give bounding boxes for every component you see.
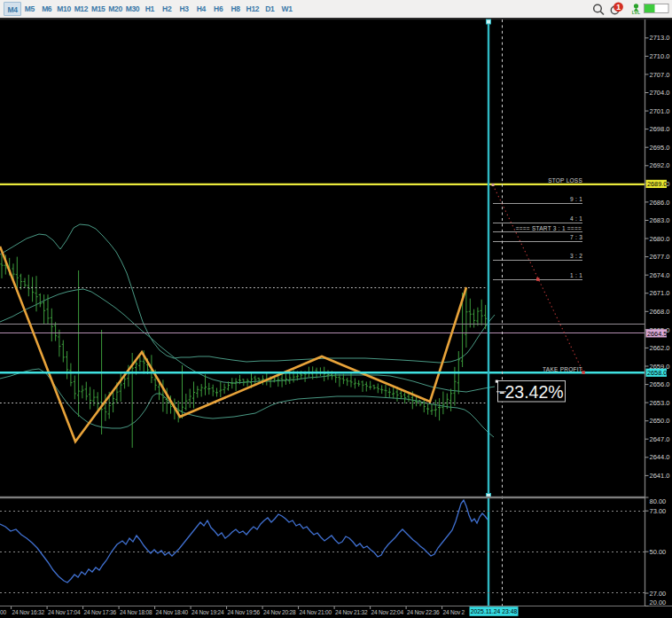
svg-text:2647.0: 2647.0 <box>650 435 670 443</box>
svg-text:24 Nov 22:04: 24 Nov 22:04 <box>371 609 404 615</box>
svg-text:2656.0: 2656.0 <box>650 380 670 388</box>
svg-text:2677.0: 2677.0 <box>650 253 670 261</box>
svg-text:2644.0: 2644.0 <box>650 453 670 461</box>
svg-text:STOP LOSS: STOP LOSS <box>548 177 582 184</box>
svg-text:2653.0: 2653.0 <box>650 399 670 407</box>
svg-text:2680.0: 2680.0 <box>650 235 670 243</box>
svg-text:80.00: 80.00 <box>650 497 667 505</box>
svg-text:24 Nov 21:32: 24 Nov 21:32 <box>335 609 368 615</box>
svg-text:1: 1 <box>616 3 621 12</box>
svg-text:24 Nov 18:08: 24 Nov 18:08 <box>120 609 152 615</box>
svg-text:2641.0: 2641.0 <box>650 472 670 480</box>
svg-text:24 Nov 2: 24 Nov 2 <box>443 609 465 615</box>
svg-text:2713.0: 2713.0 <box>650 34 670 42</box>
svg-text:2668.0: 2668.0 <box>650 308 670 316</box>
svg-text:20.00: 20.00 <box>650 598 667 606</box>
svg-text:2662.0: 2662.0 <box>650 344 670 352</box>
svg-text:2692.0: 2692.0 <box>650 161 670 169</box>
svg-text:24 Nov 18:40: 24 Nov 18:40 <box>156 609 189 615</box>
svg-text:00: 00 <box>0 609 6 615</box>
svg-text:2704.0: 2704.0 <box>650 89 670 97</box>
svg-text:24 Nov 21:00: 24 Nov 21:00 <box>300 609 332 615</box>
svg-text:2695.0: 2695.0 <box>650 144 670 152</box>
svg-text:2698.0: 2698.0 <box>650 125 670 133</box>
svg-text:==== START 3 : 1 ====: ==== START 3 : 1 ==== <box>516 225 582 231</box>
svg-text:24 Nov 19:24: 24 Nov 19:24 <box>191 609 224 615</box>
svg-text:2658.0: 2658.0 <box>647 369 667 377</box>
svg-text:73.00: 73.00 <box>650 507 667 515</box>
svg-text:2664.5: 2664.5 <box>647 330 667 338</box>
svg-text:2710.0: 2710.0 <box>650 52 670 60</box>
svg-text:TAKE PROFIT: TAKE PROFIT <box>543 366 582 372</box>
svg-text:7 : 3: 7 : 3 <box>570 234 582 240</box>
svg-text:24 Nov 19:56: 24 Nov 19:56 <box>228 609 261 615</box>
svg-text:4 : 1: 4 : 1 <box>570 215 582 222</box>
svg-text:24 Nov 16:32: 24 Nov 16:32 <box>12 609 45 615</box>
svg-text:2025.11.24 23:48: 2025.11.24 23:48 <box>471 608 518 614</box>
svg-text:24 Nov 17:36: 24 Nov 17:36 <box>84 609 117 615</box>
svg-text:2683.0: 2683.0 <box>650 216 670 224</box>
svg-text:24 Nov 17:04: 24 Nov 17:04 <box>48 609 81 615</box>
svg-text:27.00: 27.00 <box>650 590 667 598</box>
svg-text:2689.0: 2689.0 <box>647 180 667 188</box>
svg-text:LVL: LVL <box>632 10 641 15</box>
svg-text:3 : 2: 3 : 2 <box>570 253 582 259</box>
svg-text:24 Nov 22:36: 24 Nov 22:36 <box>407 609 440 615</box>
svg-text:24 Nov 20:28: 24 Nov 20:28 <box>263 609 296 615</box>
svg-text:1 : 1: 1 : 1 <box>570 272 582 278</box>
svg-text:2707.0: 2707.0 <box>650 71 670 79</box>
svg-text:-23.42%: -23.42% <box>499 382 564 402</box>
svg-text:2650.0: 2650.0 <box>650 417 670 425</box>
svg-text:2701.0: 2701.0 <box>650 107 670 115</box>
svg-text:2671.0: 2671.0 <box>650 289 670 297</box>
svg-text:9 : 1: 9 : 1 <box>570 196 582 202</box>
svg-text:50.00: 50.00 <box>650 548 667 556</box>
svg-text:2686.0: 2686.0 <box>650 199 670 207</box>
svg-text:2674.0: 2674.0 <box>650 271 670 279</box>
